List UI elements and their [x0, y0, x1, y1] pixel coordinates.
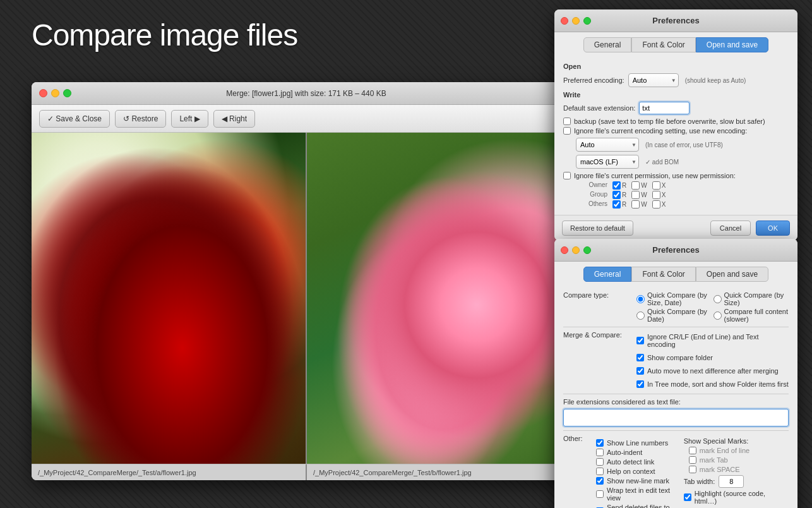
pref2-newline-cb[interactable] [596, 477, 604, 485]
pref1-save-ext-input[interactable] [639, 102, 690, 114]
pref2-tab-width-input[interactable] [719, 475, 744, 488]
pref1-backup-checkbox[interactable] [563, 118, 571, 125]
pref2-tab-open-save[interactable]: Open and save [696, 267, 768, 282]
pref2-radio-full-input[interactable] [713, 311, 722, 320]
pref1-group-w: W [631, 191, 647, 199]
pref2-merge-options: Ignore CR/LF (End of Line) and Text enco… [636, 331, 789, 390]
pref1-others-r-cb[interactable] [612, 200, 621, 209]
pref1-tab-general[interactable]: General [583, 37, 632, 52]
pref1-bom-label: ✓ add BOM [645, 159, 679, 166]
pref1-cancel-btn[interactable]: Cancel [710, 221, 751, 236]
pref2-other-grid: Show Line numbers Auto-indent Auto detec… [596, 437, 789, 508]
pref2-ignore-crlf-cb[interactable] [636, 337, 644, 344]
pref1-others-w-cb[interactable] [631, 200, 640, 209]
pref2-auto-move-cb[interactable] [636, 367, 644, 375]
pref2-highlight-cb[interactable] [684, 493, 691, 501]
pref1-owner-w: W [631, 181, 647, 190]
pref1-tab-font-color[interactable]: Font & Color [631, 37, 695, 52]
maximize-button[interactable] [63, 89, 71, 97]
pref2-show-compare-label: Show compare folder [647, 354, 713, 361]
close-button[interactable] [39, 89, 47, 97]
pref1-ignore-perm-row: Ignore file's current permission, use ne… [563, 172, 789, 179]
restore-button[interactable]: ↺ Restore [115, 110, 166, 128]
pref1-encoding-select[interactable]: Auto [628, 73, 679, 87]
pref2-merge-compare-row: Merge & Compare: Ignore CR/LF (End of Li… [563, 331, 789, 390]
pref1-auto-select[interactable]: Auto [576, 138, 639, 152]
save-close-button[interactable]: ✓ Save & Close [39, 110, 110, 128]
pref2-trash-label: Send deleted files to Trash (slow) [607, 504, 678, 508]
pref2-mark-space-row: mark SPACE [689, 466, 789, 473]
pref1-ignore-encoding-checkbox[interactable] [563, 127, 571, 135]
pref2-auto-indent-cb[interactable] [596, 449, 604, 456]
pref2-line-numbers-cb[interactable] [596, 439, 604, 447]
pref2-tab-general[interactable]: General [583, 267, 632, 282]
pref2-radio-size: Quick Compare (by Size) [713, 291, 789, 306]
pref2-radio-size-input[interactable] [713, 295, 722, 303]
pref2-radio-size-date-input[interactable] [636, 295, 645, 303]
merge-window-title: Merge: [flower1.jpg] with size: 171 KB –… [226, 89, 386, 98]
pref2-other-label: Other: [563, 435, 592, 442]
pref2-wrap-cb[interactable] [596, 490, 604, 498]
pref2-mark-space-cb[interactable] [689, 466, 696, 473]
pref1-group-r-cb[interactable] [612, 191, 621, 199]
pref1-owner-r-cb[interactable] [612, 181, 621, 190]
pref2-show-compare-cb[interactable] [636, 354, 644, 361]
preferences-window-2: Preferences General Font & Color Open an… [554, 239, 797, 508]
pref1-open-section: Open [563, 63, 789, 70]
pref1-encoding-options: Auto (In case of error, use UTF8) macOS … [576, 138, 789, 169]
pref2-context-cb[interactable] [596, 468, 604, 475]
pref1-group-x: X [652, 191, 666, 199]
right-filepath: /_MyProject/42_CompareMerge/_Test/b/flow… [307, 464, 581, 480]
pref2-radio-date-input[interactable] [636, 311, 645, 320]
pref1-tab-open-save[interactable]: Open and save [696, 37, 768, 52]
pref2-file-ext-row: File extensions considered as text file: [563, 398, 789, 406]
pref1-group-x-cb[interactable] [652, 191, 660, 199]
pref1-write-section: Write [563, 91, 789, 99]
pref2-tab-font-color[interactable]: Font & Color [631, 267, 695, 282]
minimize-button[interactable] [51, 89, 59, 97]
pref1-close[interactable] [561, 17, 568, 25]
pref1-group-label: Group [576, 191, 607, 199]
pref1-ignore-perm-checkbox[interactable] [563, 172, 571, 179]
pref2-compare-options: Quick Compare (by Size, Date) Quick Comp… [636, 291, 789, 323]
pref1-auto-select-wrapper: Auto [576, 138, 639, 152]
pref2-auto-move-label: Auto move to next difference after mergi… [647, 367, 779, 375]
pref1-ok-btn[interactable]: OK [756, 221, 790, 236]
pref1-encoding-note: (should keep as Auto) [685, 77, 746, 84]
pref1-macos-select[interactable]: macOS (LF) [576, 155, 639, 169]
pref2-radio-full-label: Compare full content (slower) [724, 308, 789, 323]
pref2-mark-tab-cb[interactable] [689, 456, 696, 464]
pref1-min[interactable] [572, 17, 580, 25]
pref2-highlight-row: Highlight (source code, html…) [684, 490, 789, 505]
pref2-mark-tab-row: mark Tab [689, 456, 789, 464]
pref1-owner-x-cb[interactable] [652, 181, 660, 190]
left-button[interactable]: Left ▶ [171, 110, 208, 128]
right-button[interactable]: ◀ Right [213, 110, 255, 128]
pref2-line-numbers-label: Show Line numbers [607, 439, 668, 447]
pref2-highlight-label: Highlight (source code, html…) [695, 490, 789, 505]
pref1-max[interactable] [583, 17, 591, 25]
pref2-radio-size-date-label: Quick Compare (by Size, Date) [647, 291, 712, 306]
pref1-owner-w-cb[interactable] [631, 181, 640, 190]
pref1-backup-label: backup (save text to temp file before ov… [574, 118, 765, 125]
pref2-auto-link-cb[interactable] [596, 458, 604, 466]
pref2-tree-mode-cb[interactable] [636, 380, 644, 388]
pref2-ignore-crlf-label: Ignore CR/LF (End of Line) and Text enco… [647, 333, 789, 348]
pref2-file-ext-label: File extensions considered as text file: [563, 398, 681, 406]
pref2-close[interactable] [561, 246, 568, 254]
pref2-auto-move-row: Auto move to next difference after mergi… [636, 367, 789, 375]
pref2-max[interactable] [583, 246, 591, 254]
pref2-file-ext-input[interactable] [563, 409, 789, 426]
pref1-auto-note: (In case of error, use UTF8) [645, 142, 723, 148]
pref1-restore-btn[interactable]: Restore to default [562, 221, 633, 236]
pref2-traffic-lights [554, 246, 591, 254]
pref2-auto-indent-label: Auto-indent [607, 449, 642, 456]
pref1-others-x-cb[interactable] [652, 200, 660, 209]
pref1-others-r: R [612, 200, 626, 209]
pref1-group-w-cb[interactable] [631, 191, 640, 199]
pref2-min[interactable] [572, 246, 580, 254]
pref2-compare-type-row: Compare type: Quick Compare (by Size, Da… [563, 291, 789, 323]
pref2-divider2 [563, 394, 789, 394]
pref1-save-ext-row: Default save extension: [563, 102, 789, 114]
pref2-mark-eol-cb[interactable] [689, 447, 696, 454]
